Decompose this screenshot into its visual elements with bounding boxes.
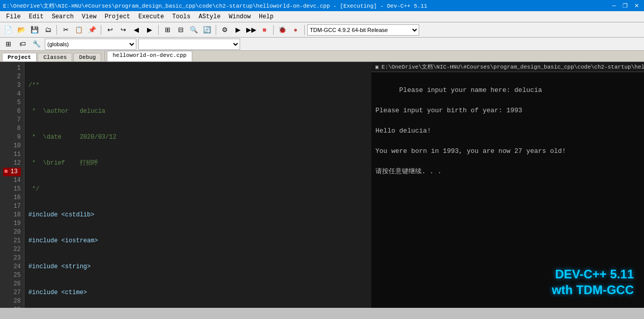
code-line-9: #include <ctime>: [28, 289, 367, 297]
output-title-bar: ▣ E:\OneDrive\文档\NIC-HNU\#Courses\progra…: [371, 62, 644, 72]
debug-window-button[interactable]: 🔧: [31, 38, 43, 50]
stop-button[interactable]: ■: [258, 24, 271, 36]
minimize-button[interactable]: ─: [609, 1, 619, 10]
menu-bar: File Edit Search View Project Execute To…: [0, 11, 644, 22]
line-num-13: ■ 13: [3, 168, 21, 176]
separator-2: [101, 25, 101, 35]
menu-search[interactable]: Search: [48, 12, 78, 21]
code-editor[interactable]: 1 2 3 4 5 6 7 8 9 10 11 12 ■ 13 14 15 16…: [0, 62, 371, 308]
line-num-20: 20: [3, 228, 21, 237]
menu-file[interactable]: File: [2, 12, 25, 21]
code-line-4: * \brief 打招呼: [28, 159, 367, 168]
line-num-24: 24: [3, 263, 21, 271]
undo-button[interactable]: ↩: [104, 24, 116, 36]
class-browse-button[interactable]: 🏷: [16, 38, 28, 50]
paste-button[interactable]: 📌: [86, 24, 98, 36]
code-line-5: */: [28, 185, 367, 194]
save-button[interactable]: 💾: [28, 24, 41, 36]
line-numbers: 1 2 3 4 5 6 7 8 9 10 11 12 ■ 13 14 15 16…: [0, 62, 24, 308]
code-line-8: #include <string>: [28, 263, 367, 271]
restore-button[interactable]: ❐: [621, 1, 630, 10]
proj-options-button[interactable]: ⊞: [2, 38, 14, 50]
tab-project[interactable]: Project: [2, 53, 37, 61]
terminal-icon: ▣: [375, 64, 378, 70]
menu-window[interactable]: Window: [225, 12, 255, 21]
separator-6: [304, 25, 305, 35]
line-num-6: 6: [3, 107, 21, 116]
replace-button[interactable]: 🔄: [201, 24, 213, 36]
line-num-15: 15: [3, 185, 21, 194]
globals-select[interactable]: (globals): [45, 39, 136, 50]
title-bar: E:\OneDrive\文档\NIC-HNU\#Courses\program_…: [0, 0, 644, 11]
toolbar-secondary: ⊞ 🏷 🔧 (globals): [0, 38, 644, 51]
code-line-7: #include <iostream>: [28, 237, 367, 245]
back-button[interactable]: ◀: [130, 24, 142, 36]
open-button[interactable]: 📂: [15, 24, 27, 36]
menu-execute[interactable]: Execute: [134, 12, 168, 21]
file-tab[interactable]: helloworld-on-devc.cpp: [107, 51, 192, 61]
line-num-29: 29: [3, 306, 21, 308]
devcpp-watermark: DEV-C++ 5.11 wth TDM-GCC: [552, 266, 634, 298]
tab-debug[interactable]: Debug: [73, 53, 101, 61]
line-num-5: 5: [3, 99, 21, 107]
compile-button[interactable]: ⚙: [219, 24, 231, 36]
find-button[interactable]: 🔍: [188, 24, 200, 36]
code-line-3: * \date 2020/03/12: [28, 133, 367, 142]
output-line-2: Please input your birth of year: 1993: [375, 107, 522, 114]
tab-area: Project Classes Debug helloworld-on-devc…: [0, 51, 644, 62]
line-num-21: 21: [3, 237, 21, 245]
line-num-11: 11: [3, 150, 21, 159]
output-path: E:\OneDrive\文档\NIC-HNU\#Courses\program_…: [382, 63, 644, 71]
function-select[interactable]: [138, 39, 240, 50]
separator-3: [158, 25, 159, 35]
output-content: Please input your name here: delucia Ple…: [371, 72, 644, 190]
code-line-6: #include <cstdlib>: [28, 211, 367, 219]
menu-view[interactable]: View: [78, 12, 101, 21]
new-button[interactable]: 📄: [2, 24, 14, 36]
menu-edit[interactable]: Edit: [25, 12, 48, 21]
redo-button[interactable]: ↪: [117, 24, 129, 36]
line-num-9: 9: [3, 133, 21, 142]
menu-tools[interactable]: Tools: [168, 12, 195, 21]
watermark-line1: DEV-C++ 5.11: [552, 266, 634, 282]
debug-button[interactable]: 🐞: [276, 24, 288, 36]
unindent-button[interactable]: ⊟: [174, 24, 187, 36]
compiler-select[interactable]: TDM-GCC 4.9.2 64-bit Release: [307, 24, 419, 36]
copy-button[interactable]: 📋: [73, 24, 85, 36]
main-content: 1 2 3 4 5 6 7 8 9 10 11 12 ■ 13 14 15 16…: [0, 62, 644, 308]
forward-button[interactable]: ▶: [143, 24, 156, 36]
line-num-23: 23: [3, 254, 21, 263]
line-num-27: 27: [3, 289, 21, 297]
line-num-12: 12: [3, 159, 21, 168]
save-all-button[interactable]: 🗂: [42, 24, 54, 36]
menu-astyle[interactable]: AStyle: [195, 12, 225, 21]
separator-5: [273, 25, 274, 35]
line-num-17: 17: [3, 202, 21, 211]
line-num-25: 25: [3, 271, 21, 280]
line-num-26: 26: [3, 280, 21, 289]
output-line-1: Please input your name here: delucia: [399, 86, 542, 94]
indent-button[interactable]: ⊞: [161, 24, 173, 36]
line-num-18: 18: [3, 211, 21, 219]
window-title: E:\OneDrive\文档\NIC-HNU\#Courses\program_…: [3, 2, 609, 10]
line-num-4: 4: [3, 90, 21, 99]
cut-button[interactable]: ✂: [60, 24, 72, 36]
breakpoint-button[interactable]: ●: [289, 24, 302, 36]
toolbar-main: 📄 📂 💾 🗂 ✂ 📋 📌 ↩ ↪ ◀ ▶ ⊞ ⊟ 🔍 🔄 ⚙ ▶ ▶▶ ■ 🐞…: [0, 22, 644, 38]
line-num-1: 1: [3, 64, 21, 73]
separator-1: [56, 25, 57, 35]
line-num-7: 7: [3, 116, 21, 124]
compile-run-button[interactable]: ▶▶: [245, 24, 257, 36]
run-button[interactable]: ▶: [232, 24, 244, 36]
menu-help[interactable]: Help: [255, 12, 278, 21]
line-num-14: 14: [3, 176, 21, 185]
close-button[interactable]: ✕: [632, 1, 641, 10]
window-controls: ─ ❐ ✕: [609, 1, 641, 10]
code-text[interactable]: /** * \author delucia * \date 2020/03/12…: [24, 62, 371, 308]
menu-project[interactable]: Project: [101, 12, 134, 21]
tab-classes[interactable]: Classes: [38, 53, 72, 61]
code-line-1: /**: [28, 81, 367, 90]
line-num-3: 3: [3, 81, 21, 90]
output-line-3: Hello delucia!: [375, 127, 431, 135]
code-area: 1 2 3 4 5 6 7 8 9 10 11 12 ■ 13 14 15 16…: [0, 62, 371, 308]
